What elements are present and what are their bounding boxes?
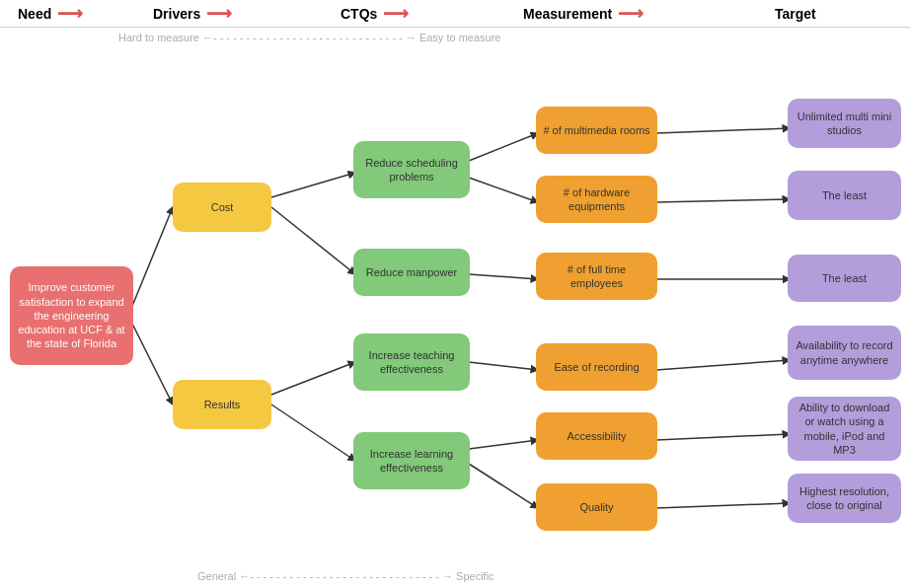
ctq-increase-learning-box: Increase learning effectiveness xyxy=(353,432,470,489)
target-unlimited-mini-label: Unlimited multi mini studios xyxy=(794,110,895,138)
svg-line-14 xyxy=(656,199,790,202)
svg-line-12 xyxy=(469,464,538,508)
svg-line-6 xyxy=(271,404,355,461)
header-drivers-label: Drivers xyxy=(153,6,200,22)
driver-results-label: Results xyxy=(204,398,241,411)
header-measurement: Measurement ⟶ xyxy=(523,3,644,25)
ctq-reduce-manpower-box: Reduce manpower xyxy=(353,249,470,296)
svg-line-8 xyxy=(469,178,538,202)
svg-line-9 xyxy=(469,274,538,279)
need-box: Improve customer satisfaction to expand … xyxy=(10,266,133,365)
svg-line-2 xyxy=(128,316,173,404)
header-ctqs: CTQs ⟶ xyxy=(341,3,409,25)
target-download-ability-label: Ability to download or watch using a mob… xyxy=(794,401,895,457)
ctq-reduce-scheduling-label: Reduce scheduling problems xyxy=(359,156,464,184)
need-box-text: Improve customer satisfaction to expand … xyxy=(16,280,127,350)
svg-line-7 xyxy=(469,133,538,161)
meas-multimedia-rooms-box: # of multimedia rooms xyxy=(536,107,657,154)
header-arrow-4: ⟶ xyxy=(618,3,644,25)
ctq-increase-teaching-box: Increase teaching effectiveness xyxy=(353,333,470,391)
driver-cost-box: Cost xyxy=(173,183,271,232)
svg-line-5 xyxy=(271,362,355,395)
header-target-label: Target xyxy=(775,6,816,22)
meas-full-time-emp-box: # of full time employees xyxy=(536,253,657,300)
meas-multimedia-rooms-label: # of multimedia rooms xyxy=(543,123,649,137)
ctq-reduce-scheduling-box: Reduce scheduling problems xyxy=(353,141,470,198)
svg-line-10 xyxy=(469,362,538,370)
target-highest-res-box: Highest resolution, close to original xyxy=(788,474,901,523)
target-least-1-box: The least xyxy=(788,171,901,220)
header-ctqs-label: CTQs xyxy=(341,6,377,22)
header-drivers: Drivers ⟶ xyxy=(153,3,232,25)
svg-line-17 xyxy=(656,434,790,440)
svg-line-11 xyxy=(469,440,538,449)
header-arrow-3: ⟶ xyxy=(383,3,409,25)
meas-full-time-emp-label: # of full time employees xyxy=(542,262,651,291)
header-target: Target xyxy=(775,6,816,22)
meas-quality-label: Quality xyxy=(579,500,613,514)
target-availability-box: Availability to record anytime anywhere xyxy=(788,326,901,380)
target-least-2-box: The least xyxy=(788,255,901,302)
svg-line-4 xyxy=(271,207,355,274)
meas-hardware-equip-label: # of hardware equipments xyxy=(542,185,651,214)
meas-quality-box: Quality xyxy=(536,483,657,531)
target-unlimited-mini-box: Unlimited multi mini studios xyxy=(788,99,901,148)
target-highest-res-label: Highest resolution, close to original xyxy=(794,484,895,513)
target-least-2-label: The least xyxy=(822,271,867,285)
ctq-increase-teaching-label: Increase teaching effectiveness xyxy=(359,348,464,377)
svg-line-13 xyxy=(656,128,790,133)
header-row: Need ⟶ Drivers ⟶ CTQs ⟶ Measurement ⟶ Ta… xyxy=(0,0,910,28)
ctq-reduce-manpower-label: Reduce manpower xyxy=(366,265,457,279)
target-least-1-label: The least xyxy=(822,188,867,202)
header-arrow-1: ⟶ xyxy=(57,3,83,25)
svg-line-16 xyxy=(656,360,790,370)
meas-ease-recording-label: Ease of recording xyxy=(554,360,639,374)
meas-accessibility-label: Accessibility xyxy=(568,429,627,443)
diagram-container: Need ⟶ Drivers ⟶ CTQs ⟶ Measurement ⟶ Ta… xyxy=(0,0,910,588)
meas-hardware-equip-box: # of hardware equipments xyxy=(536,176,657,223)
header-measurement-label: Measurement xyxy=(523,6,612,22)
svg-line-1 xyxy=(128,207,173,316)
svg-line-18 xyxy=(656,503,790,508)
meas-accessibility-box: Accessibility xyxy=(536,412,657,460)
driver-cost-label: Cost xyxy=(211,200,234,214)
header-need: Need ⟶ xyxy=(18,3,83,25)
svg-line-3 xyxy=(271,173,355,197)
target-download-ability-box: Ability to download or watch using a mob… xyxy=(788,397,901,461)
ctq-increase-learning-label: Increase learning effectiveness xyxy=(359,447,464,476)
header-arrow-2: ⟶ xyxy=(206,3,232,25)
driver-results-box: Results xyxy=(173,380,271,429)
meas-ease-recording-box: Ease of recording xyxy=(536,343,657,391)
header-need-label: Need xyxy=(18,6,51,22)
axis-general-label: General ←- - - - - - - - - - - - - - - -… xyxy=(197,570,494,582)
axis-hard-label: Hard to measure ←- - - - - - - - - - - -… xyxy=(118,32,500,43)
target-availability-label: Availability to record anytime anywhere xyxy=(794,338,895,367)
